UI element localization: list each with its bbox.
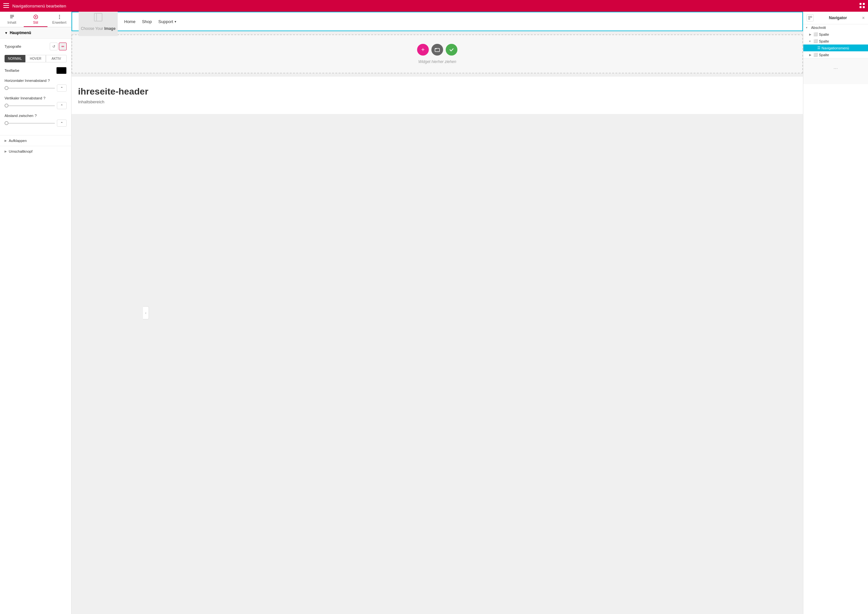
- tree-item-navmenu[interactable]: ☰ Navigationsmenü: [803, 45, 868, 51]
- horizontal-info-icon[interactable]: ?: [48, 79, 50, 82]
- state-btn-normal[interactable]: NORMAL: [5, 55, 25, 62]
- color-row: Textfarbe: [5, 67, 67, 74]
- vertikal-slider-track[interactable]: [5, 105, 55, 106]
- widget-folder-btn[interactable]: [431, 44, 443, 56]
- svg-point-11: [35, 16, 36, 17]
- typography-reset-btn[interactable]: ↺: [50, 43, 58, 50]
- grid-icon[interactable]: [860, 3, 865, 9]
- typography-icons: ↺ ✏: [50, 43, 67, 50]
- text-color-label: Textfarbe: [5, 68, 19, 73]
- svg-rect-19: [810, 16, 812, 17]
- umschaltknopf-arrow: ▶: [5, 150, 7, 153]
- navigator-more: ...: [806, 61, 865, 70]
- canvas-area: Choose Your Image Home Shop Support ▾: [72, 12, 803, 614]
- spalte2-icon: ⬜: [814, 39, 818, 43]
- svg-rect-9: [10, 17, 13, 18]
- nav-dropdown-arrow: ▾: [174, 20, 176, 23]
- tab-erweitert[interactable]: Erweitert: [47, 12, 71, 27]
- vertikal-info-icon[interactable]: ?: [44, 96, 45, 100]
- horizontal-slider-input[interactable]: [57, 84, 67, 91]
- navigator-expand-btn[interactable]: [807, 14, 814, 22]
- aufklappen-header[interactable]: ▶ Aufklappen: [0, 135, 71, 146]
- widget-check-btn[interactable]: [446, 44, 457, 56]
- svg-rect-6: [863, 6, 865, 8]
- navigator-header: Navigator ×: [803, 12, 868, 24]
- hauptmenu-section-header[interactable]: ▼ Hauptmenü: [0, 27, 71, 39]
- nav-item-support[interactable]: Support ▾: [158, 19, 176, 24]
- aufklappen-label: Aufklappen: [9, 139, 26, 143]
- abstand-slider-input[interactable]: [57, 119, 67, 127]
- widget-add-btn[interactable]: +: [417, 44, 429, 56]
- vertikal-slider-thumb[interactable]: [5, 104, 8, 107]
- navigator-tree: ▾ Abschnitt ▶ ⬜ Spalte ▾ ⬜ Spalte ☰ Navi…: [803, 24, 868, 58]
- panel-tabs: Inhalt Stil Erweitert: [0, 12, 71, 27]
- svg-rect-3: [860, 3, 862, 5]
- widget-drop-text: Widget hierher ziehen: [418, 59, 456, 64]
- spalte1-label: Spalte: [819, 33, 829, 36]
- nav-item-home[interactable]: Home: [124, 19, 135, 24]
- image-placeholder[interactable]: Choose Your Image: [79, 12, 118, 36]
- svg-rect-16: [96, 13, 97, 21]
- svg-rect-7: [10, 15, 14, 16]
- svg-rect-2: [3, 7, 9, 8]
- horizontal-slider-thumb[interactable]: [5, 86, 8, 90]
- svg-rect-20: [809, 18, 810, 20]
- svg-rect-1: [3, 5, 9, 6]
- horizontal-slider-control: [5, 84, 67, 91]
- tree-item-spalte-2[interactable]: ▾ ⬜ Spalte: [803, 38, 868, 45]
- vertikal-slider-input[interactable]: [57, 102, 67, 109]
- image-placeholder-text: Choose Your Image: [81, 26, 116, 31]
- top-bar-title: Navigationsmenü bearbeiten: [12, 3, 856, 8]
- state-btn-aktiv[interactable]: AKTIV: [46, 55, 67, 62]
- hamburger-icon[interactable]: [3, 3, 9, 9]
- umschaltknopf-header[interactable]: ▶ Umschaltknopf: [0, 146, 71, 157]
- page-inhaltsbereich: Inhaltsbereich: [78, 99, 796, 104]
- nav-item-shop[interactable]: Shop: [142, 19, 152, 24]
- hauptmenu-content: Typografie ↺ ✏ NORMAL HOVER AKTIV Textfa…: [0, 39, 71, 135]
- svg-rect-5: [860, 6, 862, 8]
- svg-point-14: [59, 18, 60, 19]
- tree-item-spalte-1[interactable]: ▶ ⬜ Spalte: [803, 31, 868, 38]
- spalte3-label: Spalte: [819, 53, 829, 57]
- elementor-icon: [93, 12, 103, 24]
- svg-rect-15: [94, 13, 102, 21]
- tree-item-abschnitt[interactable]: ▾ Abschnitt: [803, 24, 868, 31]
- horizontal-slider-track[interactable]: [5, 88, 55, 89]
- tree-item-spalte-3[interactable]: ▶ ⬜ Spalte: [803, 51, 868, 58]
- abstand-slider-control: [5, 119, 67, 127]
- abstand-info-icon[interactable]: ?: [35, 114, 37, 118]
- tab-inhalt[interactable]: Inhalt: [0, 12, 24, 27]
- abstand-zwischen-row: Abstand zwischen ?: [5, 114, 67, 127]
- svg-point-13: [59, 17, 60, 17]
- spalte3-icon: ⬜: [814, 53, 818, 57]
- vertikal-innenabstand-row: Vertikaler Innenabstand ?: [5, 96, 67, 109]
- navigator-bottom: ...: [803, 58, 868, 84]
- vertikal-innenabstand-label: Vertikaler Innenabstand ?: [5, 96, 67, 100]
- text-color-swatch[interactable]: [56, 67, 67, 74]
- vertikal-slider-control: [5, 102, 67, 109]
- svg-rect-18: [809, 16, 810, 17]
- svg-rect-8: [10, 16, 14, 17]
- spalte3-arrow: ▶: [809, 53, 812, 57]
- spalte1-icon: ⬜: [814, 32, 818, 36]
- umschaltknopf-label: Umschaltknopf: [9, 149, 33, 154]
- spalte2-arrow: ▾: [809, 40, 812, 43]
- abstand-slider-thumb[interactable]: [5, 121, 8, 125]
- svg-rect-0: [3, 3, 9, 4]
- tab-stil-label: Stil: [33, 20, 38, 24]
- navigator-panel: Navigator × ▾ Abschnitt ▶ ⬜ Spalte ▾ ⬜ S…: [803, 12, 868, 614]
- navmenu-label: Navigationsmenü: [821, 46, 849, 50]
- tab-inhalt-label: Inhalt: [8, 20, 16, 24]
- horizontal-innenabstand-row: Horizontaler Innenabstand ?: [5, 79, 67, 91]
- state-btn-hover[interactable]: HOVER: [25, 55, 46, 62]
- page-header-title: ihreseite-header: [78, 87, 796, 97]
- page-content: ihreseite-header Inhaltsbereich: [72, 77, 803, 114]
- navigator-title: Navigator: [816, 16, 860, 20]
- abstand-slider-track[interactable]: [5, 123, 55, 124]
- typography-edit-btn[interactable]: ✏: [59, 43, 67, 50]
- top-bar: Navigationsmenü bearbeiten: [0, 0, 868, 12]
- tab-stil[interactable]: Stil: [24, 12, 47, 27]
- typography-label: Typografie: [5, 45, 21, 48]
- panel-toggle-btn[interactable]: ‹: [143, 306, 149, 319]
- navigator-close-btn[interactable]: ×: [862, 15, 865, 20]
